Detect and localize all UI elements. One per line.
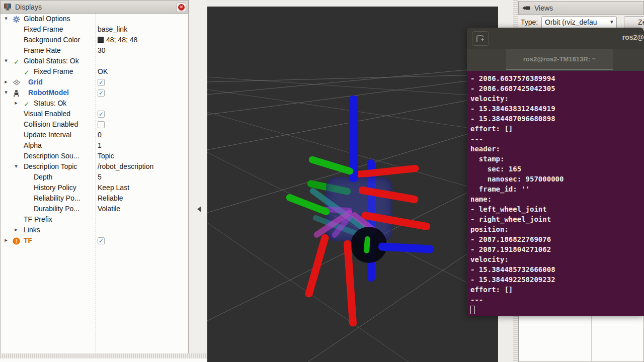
bottom-panel-stub (0, 358, 207, 362)
row-label: Description Topic (24, 162, 77, 170)
chevron-down-icon: ▼ (609, 19, 614, 25)
grid-enabled-checkbox[interactable]: ✓ (98, 79, 105, 86)
new-tab-icon[interactable] (472, 31, 489, 46)
camera-icon (522, 5, 531, 11)
terminal-line: velocity: (470, 254, 644, 264)
tree-row-tf-prefix[interactable]: TF Prefix (1, 215, 189, 225)
terminal-titlebar[interactable]: ros2@ (467, 28, 644, 49)
tree-row-visual-enabled[interactable]: Visual Enabled ✓ (1, 109, 189, 120)
tree-row-frame-rate[interactable]: Frame Rate 30 (1, 46, 189, 56)
tree-row-fixed-frame[interactable]: Fixed Frame base_link (1, 25, 189, 35)
row-value[interactable]: Keep Last (98, 184, 129, 192)
row-label: Frame Rate (24, 46, 61, 54)
chevron-right-icon[interactable]: ▸ (13, 100, 20, 106)
terminal-line: - 2086.6637576389994 (470, 73, 644, 83)
displays-tree[interactable]: ▾ Global Options Fixed Frame base_link B… (0, 14, 189, 353)
row-value[interactable]: 48; 48; 48 (98, 36, 137, 44)
terminal-line: - 2086.6687425042305 (470, 83, 644, 94)
tf-enabled-checkbox[interactable]: ✓ (98, 237, 105, 244)
terminal-line: name: (470, 194, 644, 204)
tree-row-global-options[interactable]: ▾ Global Options (1, 14, 189, 25)
row-label: Update Interval (24, 131, 71, 139)
view-type-dropdown[interactable]: Orbit (rviz_defau ▼ (541, 16, 617, 29)
row-value[interactable]: 0 (98, 131, 102, 139)
robotmodel-enabled-checkbox[interactable]: ✓ (98, 89, 105, 97)
row-value[interactable]: /robot_description (98, 162, 153, 170)
row-value[interactable]: Topic (98, 152, 114, 160)
row-label: TF Prefix (24, 215, 52, 223)
terminal-line: stamp: (470, 154, 644, 164)
close-icon[interactable]: ✕ (177, 3, 186, 12)
views-list-divider (591, 316, 592, 362)
terminal-tabbar[interactable]: ros2@ros2-TM1613R: ~ (467, 49, 644, 71)
chevron-down-icon[interactable]: ▾ (13, 163, 20, 169)
tree-row-alpha[interactable]: Alpha 1 (1, 141, 189, 151)
status-ok-check-icon: ✓ (24, 100, 32, 108)
terminal-line: - 15.384492258209232 (470, 275, 644, 285)
terminal-cursor (470, 306, 475, 314)
chevron-right-icon[interactable]: ▸ (3, 237, 10, 243)
row-value[interactable]: 30 (98, 46, 106, 54)
panel-collapse-arrow-icon[interactable] (197, 206, 201, 212)
terminal-line: - 2087.186822769076 (470, 234, 644, 244)
terminal-window[interactable]: ros2@ ros2@ros2-TM1613R: ~ - 2086.663757… (467, 28, 644, 316)
terminal-line: velocity: (470, 94, 644, 104)
row-label: Status: Ok (34, 99, 66, 107)
status-ok-check-icon: ✓ (24, 68, 32, 76)
tree-row-collision-enabled[interactable]: Collision Enabled (1, 120, 189, 130)
tree-row-history-policy[interactable]: History Policy Keep Last (1, 183, 189, 194)
gear-icon (13, 16, 21, 23)
terminal-line: effort: [] (470, 285, 644, 295)
tree-row-global-status[interactable]: ▾ ✓ Global Status: Ok (1, 56, 189, 67)
type-label: Type: (521, 18, 538, 26)
tree-row-background-color[interactable]: Background Color 48; 48; 48 (1, 35, 189, 46)
tree-row-tf[interactable]: ▸ TF ✓ (1, 236, 189, 246)
tree-row-description-source[interactable]: Description Sou... Topic (1, 151, 189, 162)
terminal-output-area[interactable]: - 2086.6637576389994- 2086.6687425042305… (467, 71, 644, 316)
row-value[interactable]: 5 (98, 173, 102, 181)
terminal-output: - 2086.6637576389994- 2086.6687425042305… (470, 73, 644, 305)
chevron-down-icon[interactable]: ▾ (3, 89, 10, 96)
row-value[interactable]: 1 (98, 141, 102, 149)
row-value[interactable]: Volatile (98, 205, 120, 213)
chevron-right-icon[interactable]: ▸ (3, 78, 10, 85)
tree-row-durability-policy[interactable]: Durability Po... Volatile (1, 204, 189, 215)
horizontal-splitter[interactable] (0, 353, 207, 358)
tree-row-update-interval[interactable]: Update Interval 0 (1, 130, 189, 141)
zero-button[interactable]: Zero (624, 16, 644, 29)
displays-panel-titlebar[interactable]: Displays ✕ (0, 0, 189, 14)
chevron-right-icon[interactable]: ▸ (13, 226, 20, 233)
row-label: Global Status: Ok (24, 57, 79, 65)
tree-row-fixed-frame-status[interactable]: ✓ Fixed Frame OK (1, 67, 189, 77)
chevron-down-icon[interactable]: ▾ (3, 15, 10, 22)
visual-enabled-checkbox[interactable]: ✓ (98, 111, 105, 118)
row-value[interactable]: Reliable (98, 194, 123, 202)
tree-row-depth[interactable]: Depth 5 (1, 172, 189, 183)
3d-viewport[interactable] (207, 7, 498, 362)
tree-row-links[interactable]: ▸ Links (1, 225, 189, 236)
tree-row-grid[interactable]: ▸ Grid ✓ (1, 77, 189, 88)
rviz-window: Displays ✕ ▾ Global Options Fixed Frame … (0, 0, 644, 362)
tree-row-description-topic[interactable]: ▾ Description Topic /robot_description (1, 162, 189, 172)
row-label: TF (24, 236, 32, 244)
views-list[interactable] (518, 316, 644, 362)
row-value[interactable]: base_link (98, 25, 127, 33)
row-label: History Policy (34, 184, 76, 192)
row-label: Background Color (24, 36, 80, 44)
views-panel-titlebar[interactable]: Views (518, 1, 644, 15)
terminal-tab[interactable]: ros2@ros2-TM1613R: ~ (506, 49, 613, 70)
tree-row-robotmodel[interactable]: ▾ RobotModel ✓ (1, 88, 189, 99)
row-label: Reliability Po... (34, 194, 80, 202)
terminal-line: effort: [] (470, 124, 644, 134)
row-label: Visual Enabled (24, 110, 70, 118)
collision-enabled-checkbox[interactable] (98, 121, 105, 128)
status-ok-check-icon: ✓ (14, 58, 22, 65)
tree-row-robotmodel-status[interactable]: ▸ ✓ Status: Ok (1, 99, 189, 109)
terminal-line: - 15.384485732666008 (470, 264, 644, 275)
row-label: Global Options (24, 15, 70, 23)
tree-row-reliability-policy[interactable]: Reliability Po... Reliable (1, 194, 189, 204)
terminal-line: frame_id: '' (470, 184, 644, 194)
row-label: Grid (28, 78, 43, 86)
terminal-line: nanosec: 957000000 (470, 174, 644, 184)
chevron-down-icon[interactable]: ▾ (3, 57, 10, 64)
